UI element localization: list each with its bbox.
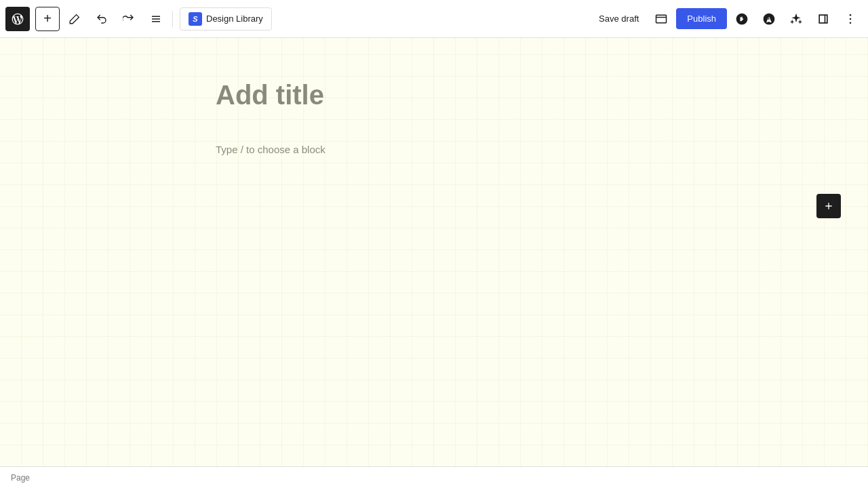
design-library-button[interactable]: S Design Library [180,7,272,30]
svg-point-1 [850,14,852,16]
design-library-label: Design Library [206,14,263,24]
toolbar-divider-1 [172,11,173,27]
toolbar-right: Save draft Publish [591,7,863,31]
editor-content: Add title Type / to choose a block [183,38,685,201]
publish-button[interactable]: Publish [676,8,727,29]
main-toolbar: + S Design Library Save dr [0,0,868,38]
block-placeholder[interactable]: Type / to choose a block [216,138,652,161]
title-field[interactable]: Add title [216,79,652,111]
status-text: Page [11,473,30,483]
jetpack-button[interactable] [730,7,754,31]
more-options-button[interactable] [838,7,863,31]
ai-assistant-button[interactable] [784,7,808,31]
save-draft-button[interactable]: Save draft [591,9,646,28]
sidebar-toggle-button[interactable] [811,7,835,31]
save-draft-label: Save draft [599,14,639,24]
editor-area[interactable]: Add title Type / to choose a block [0,38,868,466]
add-block-float-button[interactable] [816,194,841,218]
preview-button[interactable] [649,7,673,31]
studiopress-icon: S [189,12,202,26]
svg-point-2 [850,18,852,20]
status-bar: Page [0,466,868,488]
wordpress-logo[interactable] [5,7,30,31]
add-block-button[interactable]: + [35,7,60,31]
akismet-button[interactable] [757,7,781,31]
svg-rect-0 [656,15,667,23]
svg-point-3 [850,22,852,24]
tools-button[interactable] [62,7,87,31]
undo-button[interactable] [90,7,114,31]
document-overview-button[interactable] [144,7,168,31]
redo-button[interactable] [117,7,141,31]
